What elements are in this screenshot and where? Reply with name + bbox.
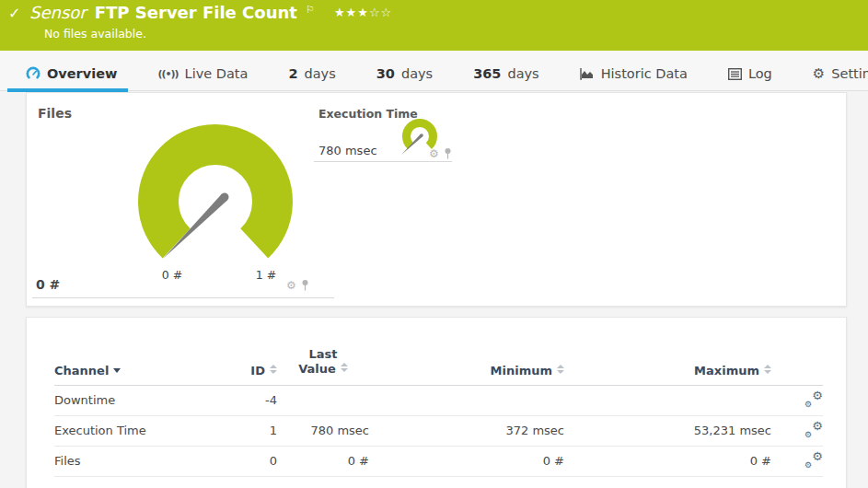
cell-last-value: [277, 385, 369, 415]
tab-strip: Overview ((•)) Live Data 2 days 30 days …: [0, 51, 868, 91]
tab-label: Settings: [831, 66, 868, 81]
sensor-title: FTP Server File Count: [95, 3, 297, 22]
sensor-header: ✓ Sensor FTP Server File Count ⚐ ★★★☆☆ N…: [0, 0, 868, 51]
tab-number: 365: [473, 66, 501, 81]
column-header-actions: [771, 343, 823, 385]
cell-channel[interactable]: Execution Time: [54, 415, 229, 446]
flag-icon[interactable]: ⚐: [306, 4, 315, 16]
tab-label: Live Data: [185, 66, 249, 81]
execution-time-current-value: 780 msec: [318, 144, 377, 157]
files-gauge-title: Files: [38, 106, 72, 121]
tab-label: Historic Data: [601, 66, 688, 81]
sort-icon: [557, 365, 564, 374]
tab-label: Log: [748, 66, 772, 81]
cell-id: 1: [229, 415, 277, 446]
tab-label: days: [305, 66, 336, 81]
priority-stars[interactable]: ★★★☆☆: [334, 6, 392, 19]
cell-channel[interactable]: Downtime: [54, 385, 229, 415]
cell-maximum: [564, 385, 771, 415]
tab-settings[interactable]: ⚙ Settings: [813, 60, 868, 93]
channels-panel: Channel ID LastValue Minimum Maximum Dow…: [26, 317, 847, 488]
channel-table: Channel ID LastValue Minimum Maximum Dow…: [54, 343, 823, 477]
cell-last-value: 780 msec: [277, 415, 369, 446]
tab-historic-data[interactable]: Historic Data: [580, 61, 688, 92]
tab-label: days: [507, 66, 538, 81]
files-gauge-max-label: 1 #: [248, 268, 284, 282]
channel-settings-icon[interactable]: ⚙⚙: [804, 390, 823, 407]
tab-overview[interactable]: Overview: [26, 61, 117, 92]
column-header-maximum[interactable]: Maximum: [564, 343, 771, 385]
column-header-id[interactable]: ID: [229, 343, 277, 385]
sensor-kind-label: Sensor: [29, 3, 87, 22]
column-header-last-value[interactable]: LastValue: [277, 343, 369, 385]
cell-minimum: [369, 385, 564, 415]
tab-label: Overview: [47, 66, 117, 81]
channel-settings-icon[interactable]: ⚙⚙: [804, 421, 823, 437]
sort-icon: [341, 363, 348, 372]
cell-minimum: 372 msec: [369, 415, 564, 446]
channel-row-execution-time[interactable]: Execution Time 1 780 msec 372 msec 53,23…: [54, 415, 823, 446]
tab-number: 30: [376, 66, 395, 81]
log-icon: [728, 68, 742, 80]
column-header-minimum[interactable]: Minimum: [369, 343, 564, 385]
files-gauge-min-label: 0 #: [154, 268, 191, 282]
gear-icon: ⚙: [813, 65, 825, 82]
pin-icon[interactable]: [444, 148, 452, 159]
cell-last-value: 0 #: [277, 446, 369, 476]
pin-icon[interactable]: [301, 280, 309, 291]
gear-icon[interactable]: ⚙: [429, 148, 439, 159]
sort-icon: [764, 365, 771, 374]
tab-30-days[interactable]: 30 days: [376, 61, 433, 92]
files-gauge-tools: ⚙: [286, 280, 309, 291]
gauge-icon: [26, 66, 41, 81]
tab-live-data[interactable]: ((•)) Live Data: [157, 61, 248, 92]
files-gauge: [123, 110, 307, 294]
prtg-sensor-page: ✓ Sensor FTP Server File Count ⚐ ★★★☆☆ N…: [0, 0, 868, 488]
tab-label: days: [401, 66, 433, 81]
execution-time-panel-divider: [314, 161, 452, 162]
files-panel-divider: [32, 297, 334, 298]
stars-empty: ☆☆: [369, 6, 392, 19]
channel-table-header-row: Channel ID LastValue Minimum Maximum: [54, 343, 823, 385]
historic-data-icon: [580, 67, 595, 80]
cell-id: -4: [229, 385, 277, 415]
live-data-icon: ((•)): [157, 68, 178, 80]
execution-time-gauge-tools: ⚙: [429, 148, 452, 159]
cell-id: 0: [229, 446, 277, 476]
column-header-channel[interactable]: Channel: [54, 343, 229, 385]
gauges-panel: Files 0 # 1 # 0 # ⚙ Execution Time 780 m…: [26, 92, 847, 307]
cell-maximum: 53,231 msec: [564, 415, 771, 446]
sort-icon: [270, 365, 277, 374]
sensor-titleline: Sensor FTP Server File Count ⚐ ★★★☆☆: [29, 3, 392, 22]
sort-desc-icon: [113, 368, 121, 373]
tab-number: 2: [288, 66, 297, 81]
tab-log[interactable]: Log: [728, 61, 772, 92]
gear-icon[interactable]: ⚙: [286, 280, 296, 291]
stars-filled: ★★★: [334, 6, 369, 19]
channel-row-files[interactable]: Files 0 0 # 0 # 0 # ⚙⚙: [54, 446, 823, 476]
files-current-value: 0 #: [36, 277, 60, 292]
cell-channel[interactable]: Files: [54, 446, 229, 476]
tab-2-days[interactable]: 2 days: [288, 61, 335, 92]
status-ok-icon: ✓: [8, 5, 20, 22]
cell-maximum: 0 #: [564, 446, 771, 476]
tab-365-days[interactable]: 365 days: [473, 61, 539, 92]
channel-row-downtime[interactable]: Downtime -4 ⚙⚙: [54, 385, 823, 415]
channel-settings-icon[interactable]: ⚙⚙: [804, 451, 823, 468]
cell-minimum: 0 #: [369, 446, 564, 476]
sensor-status-message: No files available.: [44, 27, 146, 41]
